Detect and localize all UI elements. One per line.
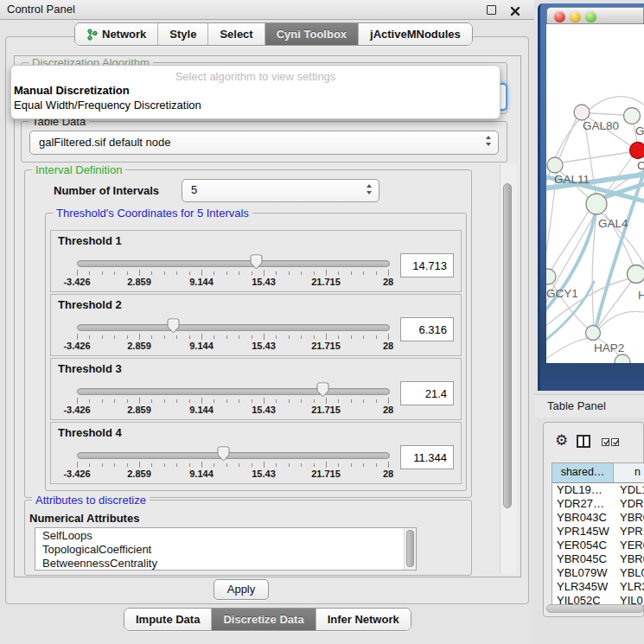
tick [77, 462, 78, 468]
column-header-shared[interactable]: shared… [552, 463, 614, 482]
table-row[interactable]: YER054CYER0 [552, 539, 644, 552]
algorithm-popup-hint: Select algorithm to view settings [11, 66, 500, 83]
attributes-group-title: Attributes to discretize [32, 494, 150, 507]
network-node-ga[interactable] [624, 108, 641, 124]
table-row[interactable]: YLR345WYLR3 [552, 580, 644, 594]
tick [102, 463, 103, 467]
attribute-item-topologicalcoefficient[interactable]: TopologicalCoefficient [35, 542, 416, 556]
tick [89, 335, 90, 339]
attributes-scrollbar-track[interactable] [404, 528, 416, 570]
table-row[interactable]: YBR045CYBR0 [552, 552, 644, 566]
settings-scrollbar-thumb[interactable] [503, 183, 512, 508]
threshold-box-2: Threshold 2-3.4262.8599.14415.4321.71528… [50, 294, 462, 356]
tab-discretize-data[interactable]: Discretize Data [211, 609, 315, 630]
tab-network[interactable]: Network [75, 23, 157, 45]
tab-cyni-toolbox[interactable]: Cyni Toolbox [265, 23, 358, 45]
tick [363, 271, 364, 275]
network-node-gcy1[interactable] [546, 269, 556, 284]
network-node-gal80[interactable] [574, 105, 590, 120]
table-row[interactable]: YBR043CYBR0 [552, 511, 644, 525]
float-icon[interactable] [487, 5, 496, 15]
cell-name: YBR0 [613, 511, 644, 525]
window-zoom-icon[interactable] [585, 11, 596, 22]
threshold-label: Threshold 3 [58, 362, 122, 375]
threshold-value-input[interactable]: 11.344 [400, 445, 454, 469]
tab-impute-data[interactable]: Impute Data [124, 609, 211, 630]
threshold-slider-2[interactable]: -3.4262.8599.14415.4321.71528 [77, 319, 388, 352]
table-row[interactable]: YIL052CYIL0 [552, 594, 644, 604]
checkbox-column-icon[interactable] [602, 438, 609, 446]
table-hscrollbar-thumb[interactable] [546, 604, 644, 613]
threshold-box-1: Threshold 1-3.4262.8599.14415.4321.71528… [50, 230, 462, 292]
table-row[interactable]: YDL19…YDL1 [552, 483, 644, 497]
tick [314, 399, 315, 403]
tick [388, 334, 389, 340]
threshold-slider-1[interactable]: -3.4262.8599.14415.4321.71528 [77, 255, 388, 288]
slider-track[interactable] [77, 324, 390, 331]
network-node-hap2[interactable] [586, 326, 601, 341]
attribute-item-betweennesscentrality[interactable]: BetweennessCentrality [35, 556, 416, 570]
table-row[interactable]: YPR145WYPR1 [552, 525, 644, 539]
attribute-item-selfloops[interactable]: SelfLoops [35, 528, 416, 542]
threshold-value-input[interactable]: 21.4 [400, 381, 454, 405]
tick [276, 271, 277, 275]
slider-thumb[interactable] [316, 382, 329, 398]
slider-tick-labels: -3.4262.8599.14415.4321.71528 [77, 341, 388, 351]
tick [201, 462, 202, 468]
tick [376, 335, 377, 339]
tick [239, 335, 239, 339]
threshold-value-input[interactable]: 14.713 [400, 253, 454, 277]
slider-thumb[interactable] [217, 446, 230, 462]
slider-ticks [77, 334, 388, 341]
slider-track[interactable] [77, 388, 390, 395]
tick [289, 463, 290, 467]
slider-thumb[interactable] [167, 318, 180, 334]
network-node-gal11[interactable] [547, 157, 563, 173]
table-row[interactable]: YBL079WYBL0 [552, 566, 644, 580]
numerical-attributes-list[interactable]: SelfLoopsTopologicalCoefficientBetweenne… [35, 527, 417, 571]
node-label: GAL80 [583, 119, 619, 132]
tick [276, 335, 277, 339]
tab-jactivemnodules[interactable]: jActiveMNodules [358, 23, 472, 45]
thresholds-group-title: Threshold's Coordinates for 5 Intervals [53, 207, 252, 220]
interval-definition-title: Interval Definition [32, 163, 125, 176]
network-node-h[interactable] [628, 265, 644, 284]
apply-button[interactable]: Apply [214, 579, 269, 600]
slider-track[interactable] [77, 452, 390, 459]
tick [214, 335, 214, 339]
tab-label: Infer Network [328, 609, 399, 630]
tick [151, 399, 152, 403]
split-view-icon[interactable] [577, 435, 590, 448]
tick [214, 463, 214, 467]
tick [164, 271, 165, 275]
table-data-combobox[interactable]: galFiltered.sif default node [29, 131, 499, 155]
tab-select[interactable]: Select [207, 23, 264, 45]
network-canvas[interactable]: GAL80GACGAL11GAL4GCY1HHAP2 [546, 24, 644, 363]
gear-icon[interactable]: ⚙ [555, 432, 568, 450]
slider-thumb[interactable] [250, 254, 263, 270]
tick [139, 398, 140, 404]
threshold-value-input[interactable]: 6.316 [400, 317, 454, 341]
close-icon[interactable] [510, 4, 520, 15]
table-row[interactable]: YDR27…YDR2 [552, 497, 644, 511]
network-node-gal4[interactable] [586, 194, 607, 214]
checkbox-column-icon[interactable] [611, 438, 619, 446]
table-data-value: galFiltered.sif default node [39, 131, 170, 153]
attributes-scrollbar-thumb[interactable] [406, 530, 414, 567]
algorithm-option-manual-discretization[interactable]: Manual Discretization [11, 83, 500, 98]
network-node-c[interactable] [630, 143, 644, 159]
control-panel: Control Panel NetworkStyleSelectCyni Too… [0, 0, 534, 644]
slider-track[interactable] [77, 260, 390, 267]
algorithm-option-equal-width-frequency-discretization[interactable]: Equal Width/Frequency Discretization [11, 98, 500, 112]
window-minimize-icon[interactable] [570, 11, 581, 22]
tick [239, 463, 239, 467]
tick [239, 399, 239, 403]
network-node[interactable] [615, 354, 630, 363]
column-header-name[interactable]: n [614, 463, 644, 482]
threshold-slider-3[interactable]: -3.4262.8599.14415.4321.71528 [77, 383, 388, 416]
tab-infer-network[interactable]: Infer Network [316, 609, 411, 630]
tab-style[interactable]: Style [157, 23, 207, 45]
threshold-slider-4[interactable]: -3.4262.8599.14415.4321.71528 [77, 447, 388, 480]
number-of-intervals-combobox[interactable]: 5 [182, 179, 379, 202]
window-close-icon[interactable] [554, 11, 565, 22]
